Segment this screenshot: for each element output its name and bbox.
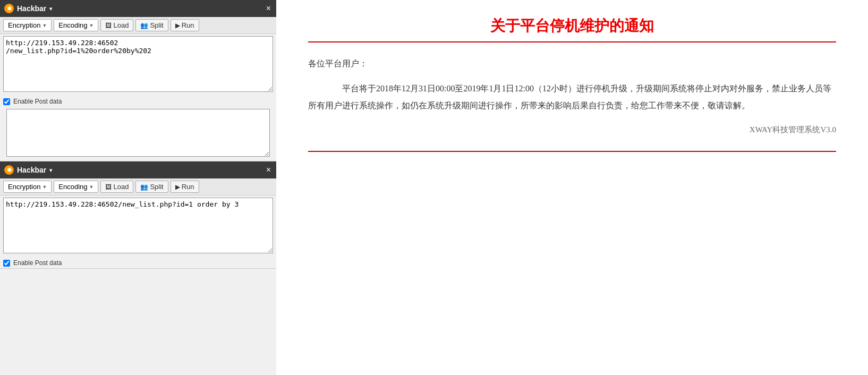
encryption-dropdown-1[interactable]: Encryption ▼ bbox=[3, 19, 52, 31]
encryption-dropdown-2[interactable]: Encryption ▼ bbox=[3, 181, 52, 193]
hackbar-body-1: http://219.153.49.228:46502 /new_list.ph… bbox=[0, 34, 276, 96]
notice-body: 平台将于2018年12月31日00:00至2019年1月1日12:00（12小时… bbox=[308, 80, 836, 114]
split-button-2[interactable]: 👥 Split bbox=[135, 181, 168, 193]
encryption-arrow-1: ▼ bbox=[42, 23, 47, 28]
hackbar-logo-icon-1: ✱ bbox=[7, 5, 12, 12]
right-panel: 关于平台停机维护的通知 各位平台用户： 平台将于2018年12月31日00:00… bbox=[276, 0, 868, 375]
post-checkbox-label-2: Enable Post data bbox=[13, 259, 62, 267]
top-divider bbox=[308, 41, 836, 42]
hackbar-title-arrow-2[interactable]: ▾ bbox=[49, 167, 52, 173]
hackbar-close-1[interactable]: × bbox=[265, 4, 272, 13]
run-icon-1: ▶ bbox=[175, 22, 180, 29]
load-label-1: Load bbox=[113, 21, 129, 29]
hackbar-title-2: Hackbar bbox=[17, 166, 46, 174]
post-checkbox-2[interactable] bbox=[3, 260, 10, 267]
hackbar-titlebar-left-1: ✱ Hackbar ▾ bbox=[4, 4, 52, 13]
notice-signature: XWAY科技管理系统V3.0 bbox=[308, 125, 836, 135]
encryption-arrow-2: ▼ bbox=[42, 184, 47, 190]
encoding-dropdown-2[interactable]: Encoding ▼ bbox=[54, 181, 98, 193]
run-icon-2: ▶ bbox=[175, 183, 180, 191]
encryption-label-1: Encryption bbox=[8, 21, 40, 29]
split-label-2: Split bbox=[150, 183, 163, 191]
encryption-label-2: Encryption bbox=[8, 183, 40, 191]
hackbar-widget-2: ✱ Hackbar ▾ × Encryption ▼ Encoding ▼ 🖼 … bbox=[0, 161, 276, 269]
hackbar-logo-icon-2: ✱ bbox=[7, 167, 12, 174]
url-input-1[interactable]: http://219.153.49.228:46502 /new_list.ph… bbox=[3, 36, 273, 92]
hackbar-body-2: http://219.153.49.228:46502/new_list.php… bbox=[0, 195, 276, 258]
hackbar-close-2[interactable]: × bbox=[265, 166, 272, 174]
post-checkbox-1[interactable] bbox=[3, 98, 10, 105]
post-checkbox-row-1: Enable Post data bbox=[0, 96, 276, 107]
hackbar-toolbar-1: Encryption ▼ Encoding ▼ 🖼 Load 👥 Split ▶… bbox=[0, 17, 276, 34]
url-input-2[interactable]: http://219.153.49.228:46502/new_list.php… bbox=[3, 198, 273, 253]
post-checkbox-row-2: Enable Post data bbox=[0, 258, 276, 268]
load-icon-1: 🖼 bbox=[105, 22, 112, 29]
run-button-2[interactable]: ▶ Run bbox=[171, 181, 199, 193]
split-label-1: Split bbox=[150, 21, 163, 29]
load-button-1[interactable]: 🖼 Load bbox=[100, 19, 133, 31]
run-label-2: Run bbox=[182, 183, 194, 191]
encoding-label-2: Encoding bbox=[58, 183, 87, 191]
post-checkbox-label-1: Enable Post data bbox=[13, 98, 62, 105]
hackbar-titlebar-2: ✱ Hackbar ▾ × bbox=[0, 161, 276, 178]
run-label-1: Run bbox=[182, 21, 194, 29]
hackbar-title-arrow-1[interactable]: ▾ bbox=[49, 6, 52, 12]
split-button-1[interactable]: 👥 Split bbox=[135, 19, 168, 31]
hackbar-title-1: Hackbar bbox=[17, 4, 46, 13]
hackbar-logo-2: ✱ bbox=[4, 165, 14, 175]
hackbar-widget-1: ✱ Hackbar ▾ × Encryption ▼ Encoding ▼ 🖼 … bbox=[0, 0, 276, 161]
hackbar-toolbar-2: Encryption ▼ Encoding ▼ 🖼 Load 👥 Split ▶… bbox=[0, 178, 276, 195]
encoding-label-1: Encoding bbox=[58, 21, 87, 29]
load-button-2[interactable]: 🖼 Load bbox=[100, 181, 133, 193]
bottom-divider bbox=[308, 151, 836, 152]
hackbar-logo-1: ✱ bbox=[4, 4, 14, 13]
hackbar-post-body-1 bbox=[0, 107, 276, 161]
hackbar-titlebar-left-2: ✱ Hackbar ▾ bbox=[4, 165, 52, 175]
left-panel: ✱ Hackbar ▾ × Encryption ▼ Encoding ▼ 🖼 … bbox=[0, 0, 276, 375]
split-icon-2: 👥 bbox=[140, 183, 148, 191]
encoding-dropdown-1[interactable]: Encoding ▼ bbox=[54, 19, 98, 31]
encoding-arrow-1: ▼ bbox=[89, 23, 94, 28]
run-button-1[interactable]: ▶ Run bbox=[171, 19, 199, 31]
notice-greeting: 各位平台用户： bbox=[308, 58, 836, 70]
load-label-2: Load bbox=[113, 183, 129, 191]
load-icon-2: 🖼 bbox=[105, 183, 112, 191]
encoding-arrow-2: ▼ bbox=[89, 184, 94, 190]
hackbar-titlebar-1: ✱ Hackbar ▾ × bbox=[0, 0, 276, 17]
post-input-1[interactable] bbox=[6, 109, 270, 157]
split-icon-1: 👥 bbox=[140, 22, 148, 29]
notice-title: 关于平台停机维护的通知 bbox=[308, 16, 836, 36]
